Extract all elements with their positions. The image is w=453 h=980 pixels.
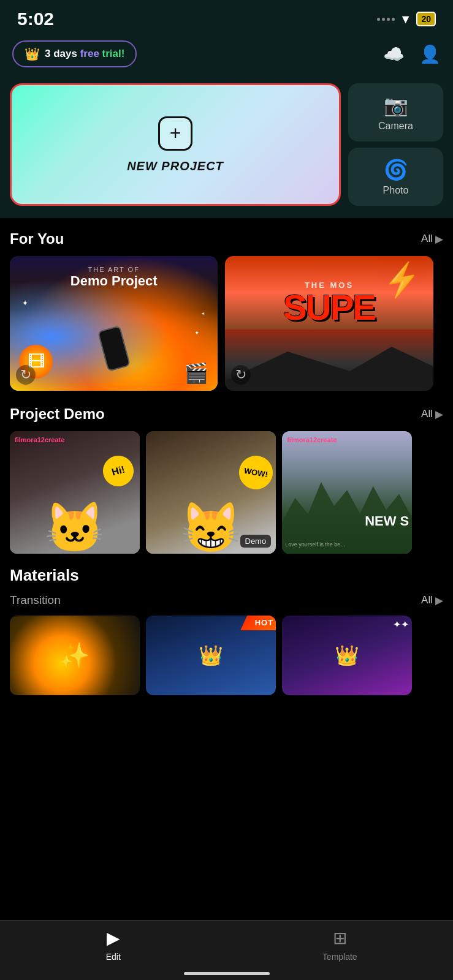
signal-icon: [377, 18, 395, 21]
main-content: + NEW PROJECT 📷 Camera 🌀 Photo: [0, 77, 453, 218]
for-you-card-1[interactable]: THE ART OF Demo Project 🎞 🎬 ✦ ✦ ✦ ↻: [10, 256, 218, 391]
stars-icon: ✦✦: [393, 619, 409, 630]
status-time: 5:02: [17, 9, 54, 29]
project-card-1[interactable]: 🐱 Hi! filmora12create: [10, 431, 140, 554]
project-demo-all-button[interactable]: All ▶: [421, 408, 443, 421]
tab-bar: ▶ Edit ⊞ Template: [0, 920, 453, 980]
cat-white-icon: 🐱: [44, 499, 105, 554]
top-actions: + NEW PROJECT 📷 Camera 🌀 Photo: [10, 83, 443, 206]
trial-text: 3 days free trial!: [45, 48, 124, 60]
for-you-card-2[interactable]: ⚡ THE MOS SUPE ↻: [225, 256, 433, 391]
chevron-right-icon: ▶: [435, 233, 443, 246]
project-card-3-watermark: filmora12create: [287, 436, 337, 443]
project-card-1-watermark: filmora12create: [15, 436, 64, 443]
new-project-plus-icon: +: [158, 116, 192, 151]
crown-tc2-icon: 👑: [335, 644, 359, 667]
photo-label: Photo: [383, 185, 409, 196]
photo-button[interactable]: 🌀 Photo: [348, 148, 443, 206]
clapper-icon: 🎬: [184, 361, 208, 385]
for-you-cards: THE ART OF Demo Project 🎞 🎬 ✦ ✦ ✦ ↻ ⚡ TH…: [10, 256, 443, 391]
battery-indicator: 20: [416, 12, 436, 26]
project-demo-cards: 🐱 Hi! filmora12create 😸 WOW! Demo NEW S …: [10, 431, 443, 554]
crown-icon: 👑: [25, 47, 40, 61]
wifi-icon: ▼: [400, 12, 412, 26]
card1-top-label: THE ART OF: [10, 266, 218, 273]
project-demo-title: Project Demo: [10, 405, 105, 423]
project-card-3[interactable]: NEW S filmora12create Love yourself is t…: [282, 431, 412, 554]
transition-all-button[interactable]: All ▶: [421, 594, 443, 607]
sparkle-icon: ✨: [59, 641, 90, 670]
camera-label: Camera: [378, 121, 413, 132]
tab-edit[interactable]: ▶ Edit: [0, 928, 227, 962]
home-indicator: [184, 972, 270, 975]
refresh-icon-card1[interactable]: ↻: [16, 365, 36, 385]
cat-grey-icon: 😸: [180, 499, 242, 554]
transition-card-1[interactable]: ✨: [10, 616, 140, 695]
transition-card-2[interactable]: 👑 HOT: [146, 616, 276, 695]
new-project-button[interactable]: + NEW PROJECT: [10, 83, 341, 206]
edit-tab-icon: ▶: [107, 928, 120, 948]
side-buttons: 📷 Camera 🌀 Photo: [348, 83, 443, 206]
camera-icon: 📷: [384, 94, 408, 117]
materials-section: Materials Transition All ▶ ✨ 👑 HOT 👑 ✦✦: [0, 554, 453, 695]
crown-tc-icon: 👑: [199, 644, 223, 667]
trial-badge[interactable]: 👑 3 days free trial!: [12, 40, 137, 67]
for-you-title: For You: [10, 230, 64, 247]
profile-icon[interactable]: 👤: [419, 44, 441, 64]
header-icons: ☁️ 👤: [383, 44, 441, 64]
chevron-right-icon-3: ▶: [435, 594, 443, 607]
template-tab-icon: ⊞: [333, 928, 347, 948]
photo-icon: 🌀: [384, 158, 408, 181]
transition-header: Transition All ▶: [10, 594, 443, 607]
template-tab-label: Template: [322, 952, 357, 962]
new-sc-text: NEW S: [365, 513, 409, 529]
new-project-label: NEW PROJECT: [127, 159, 224, 173]
demo-badge: Demo: [240, 535, 272, 548]
card1-main-label: Demo Project: [10, 273, 218, 289]
project-demo-header: Project Demo All ▶: [10, 405, 443, 423]
camera-button[interactable]: 📷 Camera: [348, 83, 443, 141]
love-text: Love yourself is the be...: [285, 541, 345, 548]
header: 👑 3 days free trial! ☁️ 👤: [0, 34, 453, 77]
for-you-header: For You All ▶: [10, 230, 443, 247]
card2-main-label: SUPE: [225, 290, 433, 325]
for-you-all-button[interactable]: All ▶: [421, 233, 443, 246]
transition-cards: ✨ 👑 HOT 👑 ✦✦: [10, 616, 443, 695]
project-demo-section: Project Demo All ▶ 🐱 Hi! filmora12create…: [0, 391, 453, 554]
for-you-section: For You All ▶ THE ART OF Demo Project 🎞 …: [0, 218, 453, 391]
transition-subtitle: Transition: [10, 594, 61, 607]
project-card-2[interactable]: 😸 WOW! Demo: [146, 431, 276, 554]
status-bar: 5:02 ▼ 20: [0, 0, 453, 34]
cloud-icon[interactable]: ☁️: [383, 44, 405, 64]
materials-title: Materials: [10, 566, 443, 585]
chevron-right-icon-2: ▶: [435, 408, 443, 421]
hot-badge: HOT: [240, 616, 276, 630]
tab-template[interactable]: ⊞ Template: [227, 928, 454, 962]
edit-tab-label: Edit: [106, 952, 121, 962]
status-icons: ▼ 20: [377, 12, 436, 26]
transition-card-3[interactable]: 👑 ✦✦: [282, 616, 412, 695]
